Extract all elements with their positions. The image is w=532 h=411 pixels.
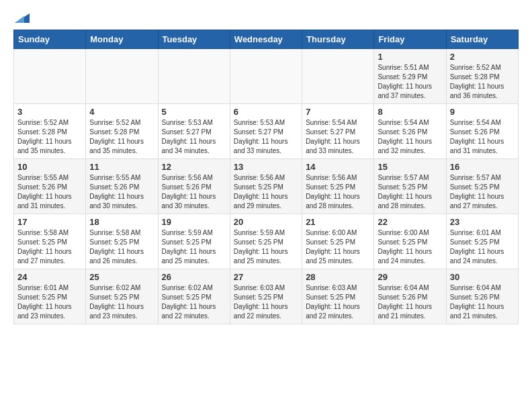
day-info: Sunrise: 5:56 AM Sunset: 5:26 PM Dayligh… bbox=[162, 173, 226, 211]
calendar-day-cell: 14Sunrise: 5:56 AM Sunset: 5:25 PM Dayli… bbox=[302, 159, 374, 214]
day-info: Sunrise: 5:58 AM Sunset: 5:25 PM Dayligh… bbox=[17, 228, 82, 266]
day-number: 23 bbox=[450, 217, 515, 227]
weekday-header: Friday bbox=[374, 30, 446, 49]
day-number: 8 bbox=[378, 107, 442, 117]
calendar-day-cell bbox=[230, 49, 302, 104]
day-number: 19 bbox=[162, 217, 226, 227]
day-number: 7 bbox=[306, 107, 370, 117]
page-container: SundayMondayTuesdayWednesdayThursdayFrid… bbox=[0, 0, 532, 335]
calendar-day-cell: 21Sunrise: 6:00 AM Sunset: 5:25 PM Dayli… bbox=[302, 214, 374, 269]
calendar-day-cell bbox=[302, 49, 374, 104]
day-number: 27 bbox=[234, 272, 298, 282]
day-info: Sunrise: 5:58 AM Sunset: 5:25 PM Dayligh… bbox=[89, 228, 154, 266]
calendar-table: SundayMondayTuesdayWednesdayThursdayFrid… bbox=[13, 30, 519, 324]
calendar-day-cell: 17Sunrise: 5:58 AM Sunset: 5:25 PM Dayli… bbox=[14, 214, 86, 269]
calendar-day-cell: 5Sunrise: 5:53 AM Sunset: 5:27 PM Daylig… bbox=[158, 104, 230, 159]
day-info: Sunrise: 6:02 AM Sunset: 5:25 PM Dayligh… bbox=[162, 283, 226, 321]
day-info: Sunrise: 5:55 AM Sunset: 5:26 PM Dayligh… bbox=[89, 173, 154, 211]
calendar-week-row: 3Sunrise: 5:52 AM Sunset: 5:28 PM Daylig… bbox=[14, 104, 519, 159]
logo bbox=[13, 11, 30, 23]
day-info: Sunrise: 5:53 AM Sunset: 5:27 PM Dayligh… bbox=[234, 118, 298, 156]
calendar-day-cell: 24Sunrise: 6:01 AM Sunset: 5:25 PM Dayli… bbox=[14, 269, 86, 324]
day-info: Sunrise: 5:52 AM Sunset: 5:28 PM Dayligh… bbox=[17, 118, 82, 156]
calendar-day-cell: 2Sunrise: 5:52 AM Sunset: 5:28 PM Daylig… bbox=[446, 49, 518, 104]
calendar-day-cell: 16Sunrise: 5:57 AM Sunset: 5:25 PM Dayli… bbox=[446, 159, 518, 214]
day-number: 20 bbox=[234, 217, 298, 227]
day-number: 2 bbox=[450, 52, 515, 62]
day-number: 14 bbox=[306, 162, 370, 172]
calendar-day-cell: 4Sunrise: 5:52 AM Sunset: 5:28 PM Daylig… bbox=[86, 104, 158, 159]
calendar-day-cell: 18Sunrise: 5:58 AM Sunset: 5:25 PM Dayli… bbox=[86, 214, 158, 269]
day-info: Sunrise: 5:55 AM Sunset: 5:26 PM Dayligh… bbox=[17, 173, 82, 211]
day-number: 18 bbox=[89, 217, 154, 227]
day-number: 5 bbox=[162, 107, 226, 117]
day-number: 16 bbox=[450, 162, 515, 172]
day-number: 17 bbox=[17, 217, 82, 227]
weekday-header: Thursday bbox=[302, 30, 374, 49]
calendar-day-cell: 1Sunrise: 5:51 AM Sunset: 5:29 PM Daylig… bbox=[374, 49, 446, 104]
day-number: 1 bbox=[378, 52, 442, 62]
day-number: 4 bbox=[89, 107, 154, 117]
day-info: Sunrise: 6:01 AM Sunset: 5:25 PM Dayligh… bbox=[17, 283, 82, 321]
calendar-day-cell: 8Sunrise: 5:54 AM Sunset: 5:26 PM Daylig… bbox=[374, 104, 446, 159]
day-info: Sunrise: 6:03 AM Sunset: 5:25 PM Dayligh… bbox=[234, 283, 298, 321]
calendar-day-cell: 26Sunrise: 6:02 AM Sunset: 5:25 PM Dayli… bbox=[158, 269, 230, 324]
day-number: 3 bbox=[17, 107, 82, 117]
day-info: Sunrise: 5:54 AM Sunset: 5:26 PM Dayligh… bbox=[378, 118, 442, 156]
calendar-day-cell: 28Sunrise: 6:03 AM Sunset: 5:25 PM Dayli… bbox=[302, 269, 374, 324]
day-number: 29 bbox=[378, 272, 442, 282]
day-info: Sunrise: 5:57 AM Sunset: 5:25 PM Dayligh… bbox=[450, 173, 515, 211]
day-info: Sunrise: 5:54 AM Sunset: 5:26 PM Dayligh… bbox=[450, 118, 515, 156]
day-info: Sunrise: 6:01 AM Sunset: 5:25 PM Dayligh… bbox=[450, 228, 515, 266]
calendar-day-cell: 19Sunrise: 5:59 AM Sunset: 5:25 PM Dayli… bbox=[158, 214, 230, 269]
day-number: 21 bbox=[306, 217, 370, 227]
weekday-header: Saturday bbox=[446, 30, 518, 49]
calendar-day-cell: 23Sunrise: 6:01 AM Sunset: 5:25 PM Dayli… bbox=[446, 214, 518, 269]
calendar-day-cell: 3Sunrise: 5:52 AM Sunset: 5:28 PM Daylig… bbox=[14, 104, 86, 159]
calendar-day-cell: 22Sunrise: 6:00 AM Sunset: 5:25 PM Dayli… bbox=[374, 214, 446, 269]
day-info: Sunrise: 5:59 AM Sunset: 5:25 PM Dayligh… bbox=[234, 228, 298, 266]
day-number: 6 bbox=[234, 107, 298, 117]
calendar-header-row: SundayMondayTuesdayWednesdayThursdayFrid… bbox=[14, 30, 519, 49]
calendar-day-cell: 13Sunrise: 5:56 AM Sunset: 5:25 PM Dayli… bbox=[230, 159, 302, 214]
calendar-day-cell: 30Sunrise: 6:04 AM Sunset: 5:26 PM Dayli… bbox=[446, 269, 518, 324]
calendar-day-cell: 7Sunrise: 5:54 AM Sunset: 5:27 PM Daylig… bbox=[302, 104, 374, 159]
calendar-day-cell: 20Sunrise: 5:59 AM Sunset: 5:25 PM Dayli… bbox=[230, 214, 302, 269]
header bbox=[13, 11, 519, 23]
calendar-day-cell: 27Sunrise: 6:03 AM Sunset: 5:25 PM Dayli… bbox=[230, 269, 302, 324]
calendar-day-cell bbox=[158, 49, 230, 104]
day-number: 30 bbox=[450, 272, 515, 282]
calendar-day-cell bbox=[86, 49, 158, 104]
calendar-week-row: 24Sunrise: 6:01 AM Sunset: 5:25 PM Dayli… bbox=[14, 269, 519, 324]
day-info: Sunrise: 5:51 AM Sunset: 5:29 PM Dayligh… bbox=[378, 63, 442, 101]
day-info: Sunrise: 5:59 AM Sunset: 5:25 PM Dayligh… bbox=[162, 228, 226, 266]
day-info: Sunrise: 5:56 AM Sunset: 5:25 PM Dayligh… bbox=[234, 173, 298, 211]
day-info: Sunrise: 6:03 AM Sunset: 5:25 PM Dayligh… bbox=[306, 283, 370, 321]
weekday-header: Monday bbox=[86, 30, 158, 49]
day-info: Sunrise: 5:54 AM Sunset: 5:27 PM Dayligh… bbox=[306, 118, 370, 156]
calendar-day-cell: 10Sunrise: 5:55 AM Sunset: 5:26 PM Dayli… bbox=[14, 159, 86, 214]
day-info: Sunrise: 5:57 AM Sunset: 5:25 PM Dayligh… bbox=[378, 173, 442, 211]
calendar-week-row: 17Sunrise: 5:58 AM Sunset: 5:25 PM Dayli… bbox=[14, 214, 519, 269]
day-number: 10 bbox=[17, 162, 82, 172]
day-number: 28 bbox=[306, 272, 370, 282]
day-number: 26 bbox=[162, 272, 226, 282]
weekday-header: Tuesday bbox=[158, 30, 230, 49]
calendar-day-cell bbox=[14, 49, 86, 104]
calendar-day-cell: 25Sunrise: 6:02 AM Sunset: 5:25 PM Dayli… bbox=[86, 269, 158, 324]
day-number: 24 bbox=[17, 272, 82, 282]
day-info: Sunrise: 5:52 AM Sunset: 5:28 PM Dayligh… bbox=[450, 63, 515, 101]
weekday-header: Wednesday bbox=[230, 30, 302, 49]
calendar-day-cell: 6Sunrise: 5:53 AM Sunset: 5:27 PM Daylig… bbox=[230, 104, 302, 159]
day-info: Sunrise: 5:52 AM Sunset: 5:28 PM Dayligh… bbox=[89, 118, 154, 156]
calendar-day-cell: 12Sunrise: 5:56 AM Sunset: 5:26 PM Dayli… bbox=[158, 159, 230, 214]
day-info: Sunrise: 6:00 AM Sunset: 5:25 PM Dayligh… bbox=[306, 228, 370, 266]
day-info: Sunrise: 6:04 AM Sunset: 5:26 PM Dayligh… bbox=[378, 283, 442, 321]
day-number: 15 bbox=[378, 162, 442, 172]
calendar-week-row: 10Sunrise: 5:55 AM Sunset: 5:26 PM Dayli… bbox=[14, 159, 519, 214]
day-info: Sunrise: 6:04 AM Sunset: 5:26 PM Dayligh… bbox=[450, 283, 515, 321]
logo-icon bbox=[15, 11, 30, 23]
svg-marker-1 bbox=[15, 16, 24, 23]
day-info: Sunrise: 5:56 AM Sunset: 5:25 PM Dayligh… bbox=[306, 173, 370, 211]
day-info: Sunrise: 6:00 AM Sunset: 5:25 PM Dayligh… bbox=[378, 228, 442, 266]
